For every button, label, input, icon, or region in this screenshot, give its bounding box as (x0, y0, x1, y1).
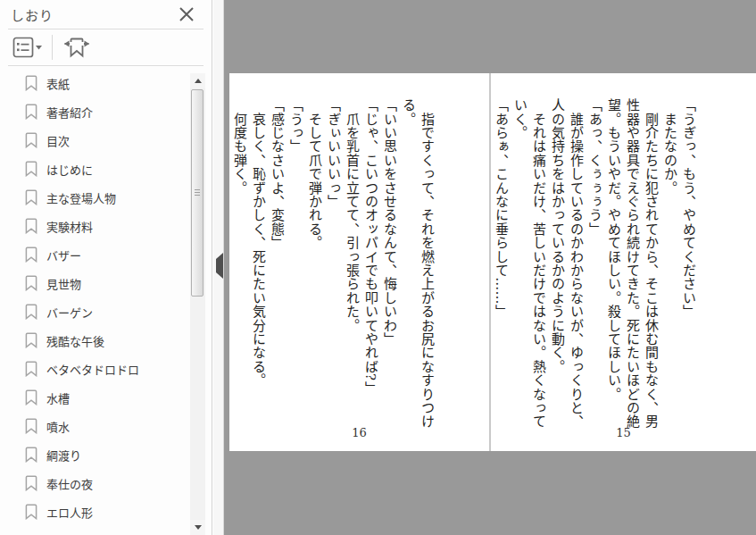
panel-toolbar (0, 29, 212, 65)
bookmark-item-label: 残酷な午後 (46, 332, 104, 349)
bookmark-item-label: 見世物 (46, 275, 81, 292)
page-spread: 指ですくって、それを燃え上がるお尻になすりつける。 「いい思いをさせるなんて、悔… (229, 73, 756, 451)
reader-canvas: 指ですくって、それを燃え上がるお尻になすりつける。 「いい思いをさせるなんて、悔… (223, 0, 756, 535)
bookmarks-panel: しおり (0, 0, 212, 535)
list-view-options-button[interactable] (11, 35, 45, 60)
sidebar-scrollbar[interactable] (190, 73, 205, 535)
bookmark-item[interactable]: はじめに (0, 155, 190, 183)
toolbar-divider (8, 65, 204, 66)
scroll-down-icon[interactable] (190, 520, 205, 535)
bookmark-icon (25, 361, 37, 377)
bookmark-item-label: エロ人形 (46, 504, 93, 521)
paragraph: 哀しく、恥ずかしく、死にたい気分になる。 (248, 98, 267, 429)
bookmark-item-label: 水槽 (46, 389, 70, 406)
bookmark-item[interactable]: 奉仕の夜 (0, 469, 190, 497)
bookmark-item-label: 目次 (46, 132, 70, 149)
bookmark-item[interactable]: エロ人形 (0, 497, 190, 526)
bookmark-item[interactable]: 著者紹介 (0, 97, 190, 126)
bookmark-item-label: バーゲン (46, 304, 93, 321)
paragraph: またなのか。 (660, 98, 678, 429)
bookmark-item-label: はじめに (46, 161, 93, 178)
page-number: 16 (229, 426, 489, 439)
bookmark-item[interactable]: 表紙 (0, 69, 190, 97)
bookmark-icon (25, 218, 37, 234)
bookmark-item[interactable]: 残酷な午後 (0, 326, 190, 355)
bookmark-item-label: 主な登場人物 (46, 189, 116, 206)
bookmark-icon (25, 161, 37, 177)
paragraph: 何度も弾く。 (229, 98, 248, 429)
page-text: 「うぎっ、もう、やめてください」 またなのか。 剛介たちに犯されてから、そこは休… (491, 98, 704, 429)
paragraph: そして爪で弾かれる。 (304, 98, 323, 429)
bookmark-icon (25, 475, 37, 491)
chevron-down-icon (36, 46, 42, 50)
paragraph: 「じゃ、こいつのオッパイでも叩いてやれば?」 (361, 98, 379, 429)
bookmark-item-label: 噴水 (46, 418, 70, 435)
bookmark-item-label: 著者紹介 (46, 104, 93, 121)
bookmark-list: 表紙 著者紹介 目次 はじめに (0, 69, 190, 526)
scroll-up-icon[interactable] (190, 73, 205, 88)
bookmark-icon (25, 132, 37, 148)
bookmark-item[interactable]: バーゲン (0, 297, 190, 326)
paragraph: 「あらぁ、こんなに垂らして……」 (491, 98, 510, 429)
bookmark-icon (25, 247, 37, 263)
bookmark-item[interactable]: 水槽 (0, 383, 190, 412)
paragraph: 「うぎっ、もう、やめてください」 (678, 98, 697, 429)
bookmark-item-label: 表紙 (46, 75, 70, 92)
bookmark-item-label: バザー (46, 247, 81, 263)
bookmark-icon (25, 418, 37, 434)
bookmark-icon (25, 504, 37, 520)
paragraph: 爪を乳首に立てて、引っ張られた。 (342, 98, 361, 429)
page-number: 15 (491, 426, 756, 439)
page-text: 指ですくって、それを燃え上がるお尻になすりつける。 「いい思いをさせるなんて、悔… (229, 98, 462, 429)
close-icon[interactable] (176, 4, 197, 26)
chevron-left-icon (216, 253, 223, 279)
bookmark-icon (25, 275, 37, 291)
scrollbar-thumb[interactable] (191, 89, 204, 297)
bookmark-item[interactable]: ベタベタドロドロ (0, 355, 190, 383)
bookmark-item-label: 実験材料 (46, 218, 93, 235)
panel-title: しおり (11, 5, 54, 24)
x-mark-icon (177, 4, 196, 24)
bookmark-item-label: ベタベタドロドロ (46, 361, 139, 378)
bookmark-icon (25, 75, 37, 91)
bookmark-item[interactable]: 噴水 (0, 412, 190, 440)
bookmark-icon (25, 332, 37, 348)
paragraph: 指ですくって、それを燃え上がるお尻になすりつける。 (398, 98, 436, 429)
paragraph: 「感じなさいよ、変態」 (267, 98, 286, 429)
panel-header: しおり (0, 0, 212, 29)
bookmark-icon (25, 447, 37, 463)
list-view-icon (12, 37, 43, 58)
bookmark-icon (25, 389, 37, 405)
paragraph: 「いい思いをさせるなんて、悔しいわ」 (379, 98, 398, 429)
bookmark-arrows-icon (63, 36, 90, 59)
paragraph: 「うっ」 (286, 98, 304, 429)
paragraph: 「ぎぃいいいっ」 (323, 98, 342, 429)
bookmark-icon (25, 189, 37, 205)
bookmark-icon (25, 304, 37, 320)
book-page-right: 「うぎっ、もう、やめてください」 またなのか。 剛介たちに犯されてから、そこは休… (491, 73, 756, 451)
panel-splitter (213, 0, 223, 535)
bookmark-item-label: 綱渡り (46, 447, 81, 464)
toolbar-separator (52, 35, 53, 60)
paragraph: 剛介たちに犯されてから、そこは休む間もなく、男性器や器具でえぐられ続けてきた。死… (603, 98, 660, 429)
add-bookmark-button[interactable] (62, 34, 92, 61)
bookmark-item[interactable]: バザー (0, 240, 190, 269)
paragraph: それは痛いだけ、苦しいだけではない。熱くなっていく。 (510, 98, 547, 429)
bookmark-item[interactable]: 綱渡り (0, 440, 190, 469)
book-page-left: 指ですくって、それを燃え上がるお尻になすりつける。 「いい思いをさせるなんて、悔… (229, 73, 489, 451)
bookmark-item[interactable]: 目次 (0, 126, 190, 155)
bookmark-item[interactable]: 実験材料 (0, 212, 190, 240)
bookmark-icon (25, 104, 37, 120)
bookmark-item[interactable]: 見世物 (0, 269, 190, 297)
paragraph: 誰が操作しているのかわからないが、ゆっくりと、人の気持ちをはかっているかのように… (547, 98, 585, 429)
paragraph: 「あっ、くぅぅぅう」 (585, 98, 603, 429)
bookmark-item[interactable]: 主な登場人物 (0, 183, 190, 212)
bookmark-item-label: 奉仕の夜 (46, 475, 93, 492)
